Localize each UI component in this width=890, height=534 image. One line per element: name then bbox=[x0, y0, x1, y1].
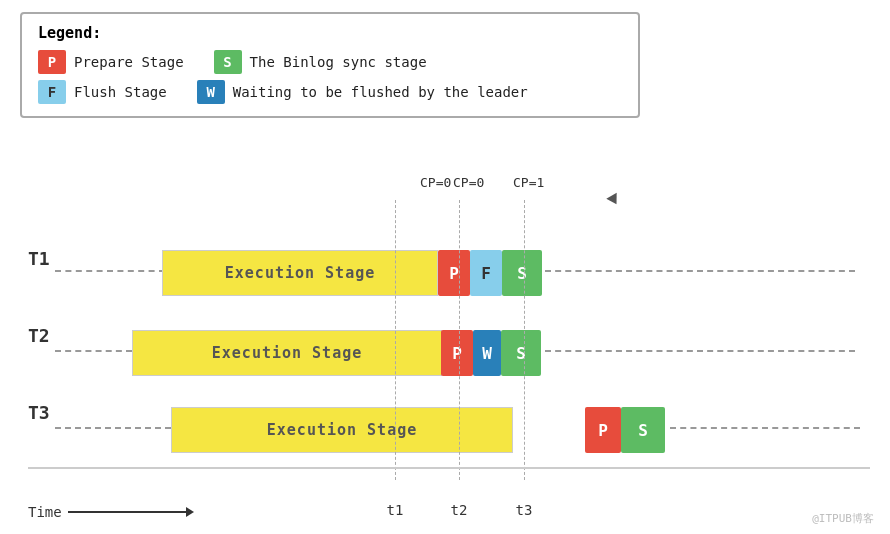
legend-item-w: W Waiting to be flushed by the leader bbox=[197, 80, 528, 104]
badge-f: F bbox=[38, 80, 66, 104]
cp-label-2: CP=1 bbox=[513, 175, 544, 190]
cursor-icon bbox=[606, 193, 621, 208]
legend-row-1: P Prepare Stage S The Binlog sync stage bbox=[38, 50, 622, 74]
legend-box: Legend: P Prepare Stage S The Binlog syn… bbox=[20, 12, 640, 118]
vline-t2 bbox=[459, 200, 460, 480]
watermark: @ITPUB博客 bbox=[812, 511, 874, 526]
stage-s-t1: S bbox=[502, 250, 542, 296]
timeline-baseline bbox=[28, 467, 870, 469]
vline-t3 bbox=[524, 200, 525, 480]
legend-label-p: Prepare Stage bbox=[74, 54, 184, 70]
tick-t3: t3 bbox=[516, 502, 533, 518]
main-container: Legend: P Prepare Stage S The Binlog syn… bbox=[0, 0, 890, 534]
row-label-t1: T1 bbox=[28, 248, 50, 269]
dashed-left-t3 bbox=[55, 427, 171, 429]
legend-label-f: Flush Stage bbox=[74, 84, 167, 100]
stage-s-t2: S bbox=[501, 330, 541, 376]
legend-item-f: F Flush Stage bbox=[38, 80, 167, 104]
badge-w: W bbox=[197, 80, 225, 104]
dashed-right-t1 bbox=[545, 270, 855, 272]
tick-t1: t1 bbox=[387, 502, 404, 518]
exec-bar-t3: Execution Stage bbox=[171, 407, 513, 453]
stage-p-t2: P bbox=[441, 330, 473, 376]
dashed-left-t2 bbox=[55, 350, 132, 352]
time-arrow bbox=[68, 511, 188, 513]
stage-p-t1: P bbox=[438, 250, 470, 296]
time-label: Time bbox=[28, 504, 62, 520]
legend-item-p: P Prepare Stage bbox=[38, 50, 184, 74]
cp-label-1: CP=0 bbox=[453, 175, 484, 190]
legend-title: Legend: bbox=[38, 24, 622, 42]
stage-s-t3: S bbox=[621, 407, 665, 453]
legend-rows: P Prepare Stage S The Binlog sync stage … bbox=[38, 50, 622, 104]
legend-label-s: The Binlog sync stage bbox=[250, 54, 427, 70]
stage-w-t2: W bbox=[473, 330, 501, 376]
dashed-right-t2 bbox=[545, 350, 855, 352]
badge-p: P bbox=[38, 50, 66, 74]
time-axis: Time bbox=[28, 504, 870, 520]
legend-label-w: Waiting to be flushed by the leader bbox=[233, 84, 528, 100]
dashed-left-t1 bbox=[55, 270, 165, 272]
legend-row-2: F Flush Stage W Waiting to be flushed by… bbox=[38, 80, 622, 104]
row-label-t3: T3 bbox=[28, 402, 50, 423]
legend-item-s: S The Binlog sync stage bbox=[214, 50, 427, 74]
dashed-right-t3 bbox=[670, 427, 860, 429]
badge-s: S bbox=[214, 50, 242, 74]
row-label-t2: T2 bbox=[28, 325, 50, 346]
tick-t2: t2 bbox=[451, 502, 468, 518]
stage-f-t1: F bbox=[470, 250, 502, 296]
exec-bar-t1: Execution Stage bbox=[162, 250, 438, 296]
cp-label-0: CP=0 bbox=[420, 175, 451, 190]
vline-t1 bbox=[395, 200, 396, 480]
stage-p-t3: P bbox=[585, 407, 621, 453]
